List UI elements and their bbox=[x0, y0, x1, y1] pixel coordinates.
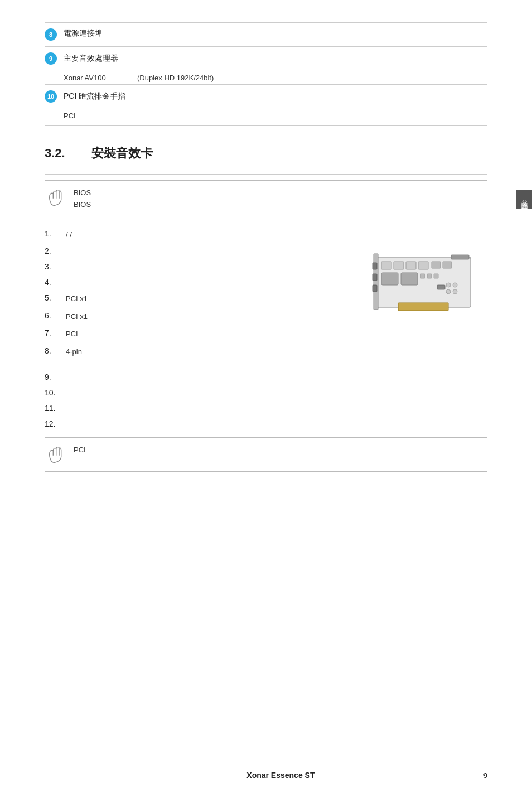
sub-label-pci: PCI bbox=[64, 112, 130, 120]
step-text-1: / / bbox=[66, 229, 72, 240]
step-11: 11. bbox=[45, 404, 487, 413]
svg-rect-12 bbox=[434, 274, 438, 278]
step-num-10: 10. bbox=[45, 388, 60, 397]
svg-rect-16 bbox=[373, 285, 377, 292]
label-9: 主要音效處理器 bbox=[64, 54, 118, 64]
note-box-1: BIOS BIOS bbox=[45, 180, 487, 218]
step-4: 4. bbox=[45, 278, 348, 287]
section-row-9: 9 主要音效處理器 Xonar AV100 (Duplex HD 192K/24… bbox=[45, 46, 487, 84]
svg-rect-11 bbox=[427, 274, 432, 278]
footer-page: 9 bbox=[483, 771, 487, 780]
page-footer: Xonar Essence ST 9 bbox=[45, 765, 487, 780]
label-10: PCI 匯流排金手指 bbox=[64, 91, 125, 102]
divider-after-chapter bbox=[45, 174, 487, 175]
steps-area: 1. / / 2. 3. 4. 5. PCI x1 6. PCI x bbox=[45, 229, 487, 364]
svg-rect-10 bbox=[420, 274, 425, 278]
step-num-8: 8. bbox=[45, 346, 60, 355]
svg-rect-14 bbox=[373, 263, 377, 269]
svg-point-18 bbox=[446, 283, 451, 287]
step-2: 2. bbox=[45, 247, 348, 255]
page-wrapper: 父母 關聯 繁體 8 電源連接埠 9 主要音效處理器 Xonar AV100 (… bbox=[0, 0, 532, 802]
sub-row-9: Xonar AV100 (Duplex HD 192K/24bit) bbox=[45, 71, 214, 84]
label-8: 電源連接埠 bbox=[64, 28, 103, 38]
svg-point-21 bbox=[453, 289, 457, 294]
step-num-2: 2. bbox=[45, 247, 60, 255]
chapter-number: 3.2. bbox=[45, 146, 78, 161]
svg-rect-6 bbox=[432, 262, 441, 268]
step-8: 8. 4-pin bbox=[45, 346, 348, 357]
step-text-5: PCI x1 bbox=[66, 293, 88, 305]
svg-rect-15 bbox=[373, 274, 377, 281]
svg-rect-8 bbox=[381, 273, 398, 285]
step-num-5: 5. bbox=[45, 293, 60, 302]
svg-point-19 bbox=[453, 283, 457, 287]
badge-10: 10 bbox=[45, 90, 57, 103]
sub-row-10: PCI bbox=[45, 109, 130, 122]
card-image bbox=[365, 229, 487, 330]
step-text-7: PCI bbox=[66, 328, 78, 340]
note-text-1: BIOS BIOS bbox=[74, 187, 91, 211]
svg-rect-2 bbox=[381, 262, 391, 269]
side-tab: 父母 關聯 繁體 bbox=[516, 190, 532, 209]
badge-9: 9 bbox=[45, 52, 57, 65]
sub-desc-av100: (Duplex HD 192K/24bit) bbox=[137, 74, 214, 82]
svg-rect-3 bbox=[394, 262, 404, 269]
step-num-1: 1. bbox=[45, 229, 60, 238]
svg-rect-17 bbox=[451, 255, 469, 259]
step-3: 3. bbox=[45, 262, 348, 271]
svg-point-20 bbox=[446, 289, 451, 294]
svg-rect-7 bbox=[443, 262, 452, 268]
step-num-7: 7. bbox=[45, 328, 60, 337]
steps-list-2: 9. 10. 11. 12. bbox=[45, 373, 487, 428]
step-num-6: 6. bbox=[45, 311, 60, 320]
step-num-9: 9. bbox=[45, 373, 60, 381]
step-num-3: 3. bbox=[45, 262, 60, 271]
step-9: 9. bbox=[45, 373, 487, 381]
step-5: 5. PCI x1 bbox=[45, 293, 348, 305]
section-row-8: 8 電源連接埠 bbox=[45, 22, 487, 46]
svg-rect-13 bbox=[374, 254, 378, 310]
steps-list: 1. / / 2. 3. 4. 5. PCI x1 6. PCI x bbox=[45, 229, 348, 364]
step-10: 10. bbox=[45, 388, 487, 397]
step-text-6: PCI x1 bbox=[66, 311, 88, 322]
step-num-12: 12. bbox=[45, 419, 60, 428]
note-icon-1 bbox=[45, 187, 65, 207]
svg-rect-5 bbox=[418, 262, 428, 269]
note-text-2: PCI bbox=[74, 445, 86, 456]
svg-rect-9 bbox=[401, 273, 418, 285]
step-6: 6. PCI x1 bbox=[45, 311, 348, 322]
chapter-heading: 3.2. 安裝音效卡 bbox=[45, 129, 487, 171]
svg-rect-22 bbox=[437, 285, 445, 289]
divider-top bbox=[45, 125, 487, 126]
note-icon-2 bbox=[45, 445, 65, 465]
footer-title: Xonar Essence ST bbox=[78, 771, 483, 780]
chapter-title: 安裝音效卡 bbox=[91, 145, 153, 162]
badge-8: 8 bbox=[45, 28, 57, 41]
svg-rect-1 bbox=[398, 303, 448, 311]
step-text-8: 4-pin bbox=[66, 346, 82, 357]
step-num-11: 11. bbox=[45, 404, 60, 413]
note-box-2: PCI bbox=[45, 437, 487, 472]
step-7: 7. PCI bbox=[45, 328, 348, 340]
section-row-10: 10 PCI 匯流排金手指 PCI bbox=[45, 84, 487, 122]
svg-rect-4 bbox=[406, 262, 416, 269]
sub-label-av100: Xonar AV100 bbox=[64, 74, 130, 82]
step-num-4: 4. bbox=[45, 278, 60, 287]
step-12: 12. bbox=[45, 419, 487, 428]
card-svg bbox=[365, 229, 487, 330]
step-1: 1. / / bbox=[45, 229, 348, 240]
